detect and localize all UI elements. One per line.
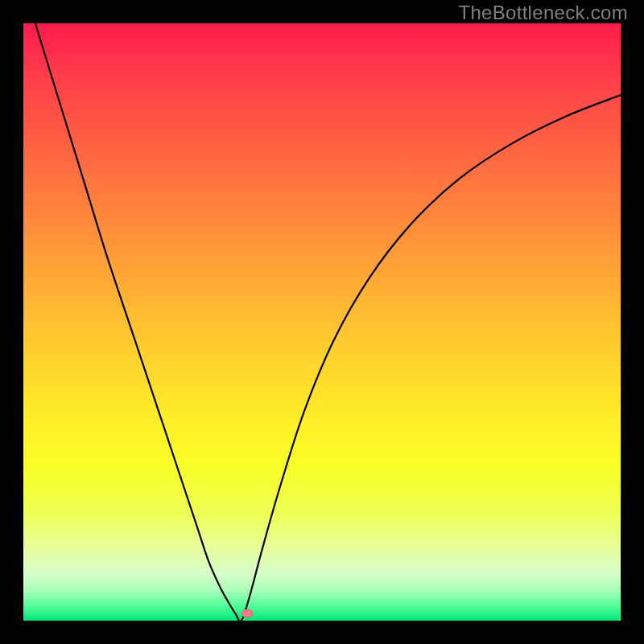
optimal-marker bbox=[242, 609, 253, 617]
attribution-text: TheBottleneck.com bbox=[458, 2, 628, 24]
bottleneck-curve bbox=[23, 23, 621, 621]
chart-frame: TheBottleneck.com bbox=[0, 0, 644, 644]
plot-area bbox=[23, 23, 621, 621]
